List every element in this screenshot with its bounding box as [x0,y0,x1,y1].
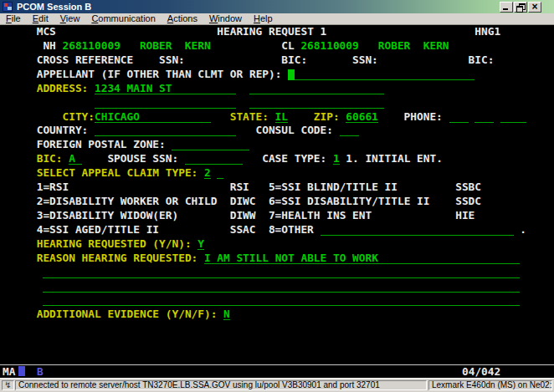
cursor-position-indicator: 04/042 [462,365,500,378]
additional-evidence-field[interactable]: N [223,308,230,320]
pcomm-window: PCOM Session B FileEditViewCommunication… [0,0,554,392]
select-appeal-claim-type-label: SELECT APPEAL CLAIM TYPE: [37,166,198,181]
zip-field[interactable]: 60661 [346,110,378,123]
country-field[interactable] [95,124,236,136]
screen-code: HNG1 [474,25,500,39]
option-1: 1=RSI [37,181,69,195]
option-2: 2=DISABILITY WORKER OR CHILD [37,195,218,209]
phone-area-field[interactable] [449,110,469,123]
code-ssbc: SSBC [455,181,481,195]
reason-field-line4[interactable] [43,293,520,306]
xref-ssn-label-2: SSN: [352,53,378,68]
screen-row-3: CROSS REFERENCESSN:BIC:SSN:BIC: [0,53,554,68]
screen-row-10: BIC:ASPOUSE SSN:CASE TYPE:11. INITIAL EN… [0,152,554,166]
xref-ssn-label-1: SSN: [159,53,185,68]
appeal-claim-type-field-2[interactable] [217,166,223,179]
menu-file[interactable]: File [0,13,27,24]
nh-name: ROBER KERN [140,39,211,53]
appellant-field[interactable] [288,68,474,80]
oia-indicator: MA [3,365,15,378]
nh-label: NH [43,39,55,53]
cl-name: ROBER KERN [378,39,449,53]
zip-label: ZIP: [314,110,340,125]
option-8: 8=OTHER [269,223,314,237]
other-field[interactable] [321,223,514,236]
cl-label: CL [281,39,294,53]
connection-icon-panel: ↯ [2,380,14,390]
bic-label: BIC: [37,152,63,166]
connection-icon: ↯ [4,380,11,389]
minimize-button[interactable] [500,2,513,13]
menu-edit[interactable]: Edit [27,13,54,24]
screen-row-9: FOREIGN POSTAL ZONE: [0,138,554,152]
menu-view[interactable]: View [54,13,86,24]
option-5: 5=SSI BLIND/TITLE II [269,181,398,195]
hearing-requested-label: HEARING REQUESTED (Y/N): [37,237,192,252]
oia-session-id: B [37,365,44,378]
terminal-cursor [288,69,295,80]
screen-row-14: 3=DISABILITY WIDOW(ER)DIWW7=HEALTH INS E… [0,209,554,223]
screen-row-12: 1=RSIRSI5=SSI BLIND/TITLE IISSBC [0,181,554,195]
titlebar[interactable]: PCOM Session B [0,0,554,13]
additional-evidence-label: ADDITIONAL EVIDENCE (Y/N/F): [37,308,218,322]
country-label: COUNTRY: [37,124,89,138]
screen-row-19 [0,280,554,294]
reason-field-line1[interactable]: I AM STILL NOT ABLE TO WORK [204,252,520,264]
code-hie: HIE [455,209,474,223]
consul-code-field[interactable] [340,124,359,136]
screen-row-1: MCSHEARING REQUEST 1HNG1 [0,25,554,39]
screen-row-11: SELECT APPEAL CLAIM TYPE:2 [0,166,554,181]
state-field[interactable]: IL [275,110,288,123]
option-3: 3=DISABILITY WIDOW(ER) [37,209,179,223]
city-field[interactable]: CHICAGO [95,110,211,123]
appellant-label: APPELLANT (IF OTHER THAN CLMT OR REP): [37,68,282,82]
screen-title: HEARING REQUEST 1 [217,25,326,39]
address-line2-field[interactable] [249,82,385,94]
case-type-field[interactable]: 1 [333,152,340,165]
printer-status: Lexmark E460dn (MS) on Ne02: [428,380,552,390]
address-line1-field[interactable]: 1234 MAIN ST [95,82,236,94]
cl-ssn: 268110009 [300,39,358,53]
consul-code-label: CONSUL CODE: [256,124,333,138]
option-7: 7=HEALTH INS ENT [269,209,372,223]
phone-prefix-field[interactable] [474,110,494,123]
terminal-screen[interactable]: MCSHEARING REQUEST 1HNG1NH268110009ROBER… [0,25,554,364]
code-ssdc: SSDC [455,195,481,209]
screen-row-20 [0,293,554,308]
menu-actions[interactable]: Actions [162,13,203,24]
menu-help[interactable]: Help [248,13,279,24]
address-label: ADDRESS: [37,82,89,96]
cross-reference-label: CROSS REFERENCE [37,53,134,68]
menu-communication[interactable]: Communication [85,13,161,24]
window-title: PCOM Session B [17,2,91,12]
close-button[interactable] [528,2,541,13]
address-line4-field[interactable] [249,96,385,109]
connection-status: Connected to remote server/host TN3270E.… [15,380,427,390]
foreign-postal-zone-field[interactable] [172,138,249,150]
foreign-postal-zone-label: FOREIGN POSTAL ZONE: [37,138,166,152]
appeal-claim-type-field[interactable]: 2 [204,166,211,179]
screen-row-15: 4=SSI AGED/TITLE IISSAC8=OTHER. [0,223,554,237]
app-icon [3,2,13,12]
code-diww: DIWW [230,209,256,223]
option-6: 6=SSI DISABILITY/TITLE II [269,195,430,209]
spouse-ssn-field[interactable] [185,152,243,165]
nh-ssn: 268110009 [63,39,121,53]
hearing-requested-field[interactable]: Y [197,237,204,250]
code-ssac: SSAC [230,223,256,237]
bic-field[interactable]: A [69,152,81,165]
reason-hearing-requested-label: REASON HEARING REQUESTED: [37,252,198,266]
address-line3-field[interactable] [95,96,236,109]
phone-label: PHONE: [404,110,443,125]
reason-field-line2[interactable] [43,266,520,278]
window-controls [499,2,541,13]
screen-row-16: HEARING REQUESTED (Y/N):Y [0,237,554,252]
restore-button[interactable] [514,2,527,13]
screen-row-6 [0,96,554,110]
menu-window[interactable]: Window [203,13,248,24]
screen-id: MCS [37,25,56,39]
phone-line-field[interactable] [500,110,526,123]
spouse-ssn-label: SPOUSE SSN: [107,152,178,166]
reason-field-line3[interactable] [43,280,520,293]
statusbar: ↯ Connected to remote server/host TN3270… [0,378,554,392]
